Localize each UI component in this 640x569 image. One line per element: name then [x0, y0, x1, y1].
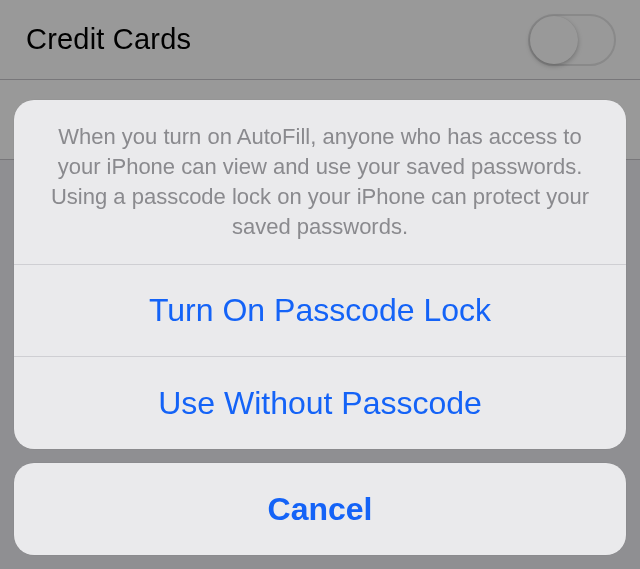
- action-sheet-message: When you turn on AutoFill, anyone who ha…: [14, 100, 626, 265]
- action-sheet: When you turn on AutoFill, anyone who ha…: [14, 100, 626, 555]
- cancel-label: Cancel: [268, 491, 373, 528]
- turn-on-passcode-button[interactable]: Turn On Passcode Lock: [14, 265, 626, 357]
- use-without-passcode-button[interactable]: Use Without Passcode: [14, 357, 626, 449]
- cancel-button[interactable]: Cancel: [14, 463, 626, 555]
- action-label: Use Without Passcode: [158, 385, 482, 422]
- action-sheet-group: When you turn on AutoFill, anyone who ha…: [14, 100, 626, 449]
- action-label: Turn On Passcode Lock: [149, 292, 491, 329]
